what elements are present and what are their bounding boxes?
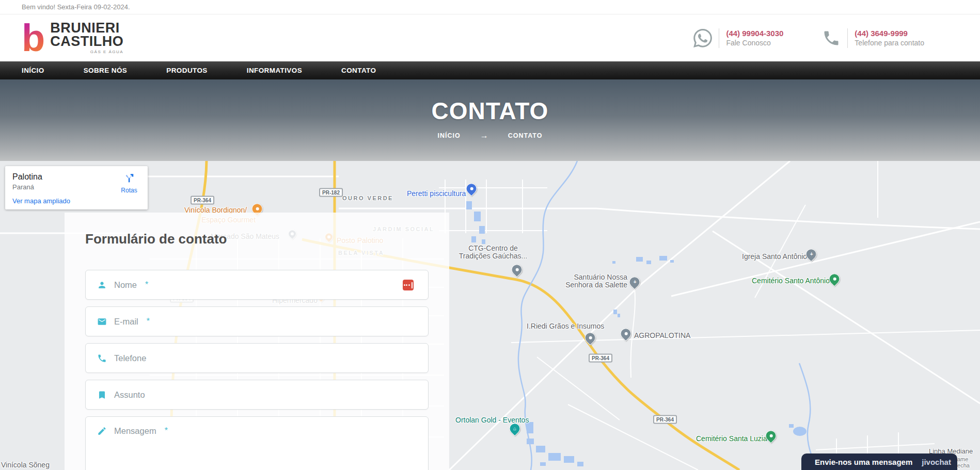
- map-label-ortolan-gold[interactable]: Ortolan Gold - Eventos: [455, 416, 529, 424]
- map-label-agropalotina[interactable]: AGROPALOTINA: [634, 331, 690, 339]
- breadcrumb: INÍCIO → CONTATO: [0, 131, 980, 140]
- welcome-bar: Bem vindo! Sexta-Feira 09-02-2024.: [0, 0, 980, 14]
- main-nav: INÍCIO SOBRE NÓS PRODUTOS INFORMATIVOS C…: [0, 61, 980, 79]
- nome-input[interactable]: Nome*: [85, 270, 429, 300]
- nav-item-contato[interactable]: CONTATO: [341, 67, 376, 74]
- map-label-cemiterio-santa-luzia[interactable]: Cemitério Santa Luzia: [696, 434, 767, 443]
- mensagem-textarea[interactable]: Mensagem*: [85, 416, 429, 470]
- road-badge-pr182: PR-182: [319, 188, 343, 197]
- map-label-fragment: fecha: [956, 462, 970, 468]
- map-label-igreja-santo-antonio[interactable]: Igreja Santo Antônio: [742, 252, 807, 261]
- map-info-card: Palotina Paraná Ver mapa ampliado Rotas: [5, 166, 148, 209]
- phone-icon: [97, 353, 107, 363]
- whatsapp-contact[interactable]: (44) 99904-3030 Fale Conosco: [693, 28, 783, 48]
- brand-name-line2: CASTILHO: [50, 35, 123, 48]
- jivochat-logo: jivochat: [922, 458, 951, 466]
- divider: [719, 28, 719, 48]
- whatsapp-icon: [693, 29, 712, 47]
- phone-number[interactable]: (44) 3649-9999: [855, 29, 924, 38]
- brand-logo[interactable]: b BRUNIERI CASTILHO GÁS E ÁGUA: [22, 22, 123, 54]
- directions-button[interactable]: Rotas: [116, 172, 143, 194]
- brand-logo-icon: b: [22, 23, 45, 53]
- nav-item-sobre-nos[interactable]: SOBRE NÓS: [84, 67, 128, 74]
- road-badge-pr364: PR-364: [589, 354, 612, 363]
- page-hero: CONTATO INÍCIO → CONTATO: [0, 79, 980, 161]
- pencil-icon: [97, 426, 107, 436]
- page: Bem vindo! Sexta-Feira 09-02-2024. b BRU…: [0, 0, 980, 470]
- bookmark-icon: [97, 390, 107, 400]
- welcome-text: Bem vindo! Sexta-Feira 09-02-2024.: [22, 3, 130, 11]
- map-label-peretti-piscicultura[interactable]: Peretti piscicultura: [407, 189, 466, 198]
- whatsapp-number[interactable]: (44) 99904-3030: [726, 29, 783, 38]
- breadcrumb-arrow-icon: →: [480, 131, 488, 140]
- brand-tagline: GÁS E ÁGUA: [50, 50, 123, 54]
- header-contacts: (44) 99904-3030 Fale Conosco (44) 3649-9…: [693, 28, 924, 48]
- nav-item-informativos[interactable]: INFORMATIVOS: [247, 67, 302, 74]
- person-icon: [97, 280, 107, 290]
- breadcrumb-home[interactable]: INÍCIO: [438, 132, 461, 139]
- breadcrumb-current: CONTATO: [508, 132, 543, 139]
- chat-message: Envie-nos uma mensagem: [815, 458, 912, 466]
- phone-icon: [822, 29, 841, 47]
- map-label-vinicola-soneg[interactable]: Vinícola Sõneg: [1, 461, 50, 469]
- map-label-ctg-centro[interactable]: CTG-Centro deTradições Gaúchas...: [452, 245, 534, 260]
- map-label-iriedi-graos[interactable]: I.Riedi Grãos e Insumos: [527, 322, 604, 330]
- envelope-icon: [97, 317, 107, 327]
- view-larger-map-link[interactable]: Ver mapa ampliado: [12, 197, 140, 205]
- form-title: Formulário de contato: [85, 231, 227, 247]
- chat-widget[interactable]: Envie-nos uma mensagem jivochat: [801, 453, 957, 470]
- map-label-cemiterio-santo-antonio[interactable]: Cemitério Santo Antônio: [752, 277, 830, 285]
- map-label-santuario-salette[interactable]: Santuário NossaSenhora da Salette: [560, 273, 627, 288]
- road-badge-pr364: PR-364: [653, 415, 677, 424]
- directions-label: Rotas: [116, 187, 143, 194]
- page-title: CONTATO: [0, 79, 980, 125]
- google-map[interactable]: Vinícola Bordignon/ Espaço Gourmet OURO …: [0, 161, 980, 470]
- nav-item-inicio[interactable]: INÍCIO: [22, 67, 44, 74]
- phone-contact[interactable]: (44) 3649-9999 Telefone para contato: [822, 28, 924, 48]
- whatsapp-caption: Fale Conosco: [726, 39, 783, 47]
- nav-item-produtos[interactable]: PRODUTOS: [166, 67, 207, 74]
- contact-form-panel: Formulário de contato Nome* E-mail* Tele…: [65, 213, 449, 470]
- road-badge-pr364: PR-364: [191, 196, 214, 205]
- site-header: b BRUNIERI CASTILHO GÁS E ÁGUA (44) 9990…: [0, 14, 980, 61]
- phone-caption: Telefone para contato: [855, 39, 924, 47]
- assunto-input[interactable]: Assunto: [85, 380, 429, 410]
- browser-autofill-extension-icon[interactable]: [403, 280, 414, 290]
- email-input[interactable]: E-mail*: [85, 306, 429, 336]
- divider: [847, 28, 848, 48]
- directions-icon: [123, 172, 135, 184]
- telefone-input[interactable]: Telefone: [85, 343, 429, 373]
- map-district-ouro-verde: OURO VERDE: [342, 195, 393, 201]
